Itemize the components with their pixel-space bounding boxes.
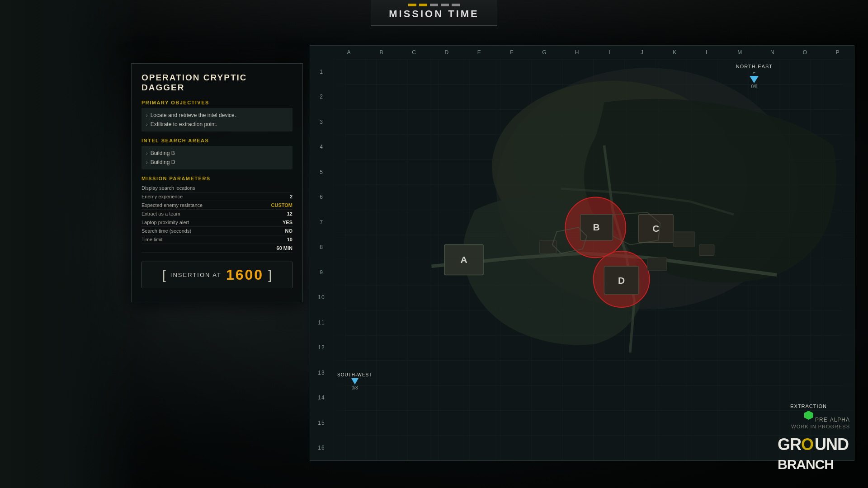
row-header-9: 9 (310, 260, 333, 285)
param-row-3: Extract as a team 12 (142, 210, 292, 218)
param-value-3: 12 (287, 211, 292, 216)
row-header-10: 10 (310, 285, 333, 310)
time-segment-5 (452, 4, 460, 6)
row-header-12: 12 (310, 335, 333, 361)
col-header-c: C (398, 46, 430, 59)
objective-item-2: › Exfiltrate to extraction point. (146, 120, 288, 129)
row-header-14: 14 (310, 385, 333, 411)
col-header-o: O (789, 46, 821, 59)
insertion-time: 1600 (226, 267, 264, 283)
col-header-n: N (756, 46, 789, 59)
svg-text:O: O (801, 435, 814, 454)
gb-logo: PRE-ALPHA WORK IN PROGRESS GR O UND BRAN… (778, 417, 850, 474)
mission-parameters-section: MISSION PARAMETERS Display search locati… (142, 176, 292, 253)
row-headers: 1 2 3 4 5 6 7 8 9 10 11 12 13 14 15 16 (310, 59, 333, 460)
param-row-7: 60 MIN (142, 244, 292, 253)
col-header-l: L (691, 46, 724, 59)
intel-area-list: › Building B › Building D (142, 146, 292, 169)
col-header-b: B (365, 46, 398, 59)
row-header-6: 6 (310, 185, 333, 210)
row-header-16: 16 (310, 436, 333, 461)
time-segment-2 (419, 4, 427, 6)
row-header-15: 15 (310, 410, 333, 436)
time-segment-1 (408, 4, 416, 6)
param-value-5: NO (285, 228, 293, 234)
objective-arrow-2: › (146, 122, 148, 127)
col-header-f: F (495, 46, 528, 59)
row-header-2: 2 (310, 84, 333, 110)
row-header-11: 11 (310, 310, 333, 335)
col-header-g: G (528, 46, 561, 59)
mission-time-bar (389, 4, 479, 6)
intel-arrow-1: › (146, 150, 148, 156)
col-header-i: I (594, 46, 626, 59)
objective-text-1: Locate and retrieve the intel device. (151, 112, 236, 118)
svg-text:GR: GR (778, 435, 802, 454)
objective-text-2: Exfiltrate to extraction point. (151, 121, 217, 127)
ne-marker: NORTH-EAST ⌐ 0/8 (736, 64, 773, 89)
col-header-a: A (333, 46, 365, 59)
param-value-4: YES (283, 220, 292, 225)
row-header-13: 13 (310, 360, 333, 385)
row-header-1: 1 (310, 59, 333, 84)
param-value-6: 10 (287, 237, 292, 242)
param-row-4: Laptop proximity alert YES (142, 218, 292, 227)
param-row-0: Display search locations (142, 184, 292, 192)
objective-item-1: › Locate and retrieve the intel device. (146, 111, 288, 120)
row-header-4: 4 (310, 135, 333, 160)
insertion-footer: [ INSERTION AT 1600 ] (142, 262, 292, 288)
sw-triangle-icon (351, 378, 359, 385)
col-header-d: D (430, 46, 463, 59)
map-terrain: A B C D (333, 59, 854, 460)
param-value-1: 2 (290, 194, 292, 199)
intel-text-2: Building D (151, 159, 175, 165)
ne-label: NORTH-EAST (736, 64, 773, 69)
svg-text:A: A (460, 254, 467, 265)
intel-item-2: › Building D (146, 158, 288, 167)
param-row-6: Time limit 10 (142, 235, 292, 244)
col-header-k: K (659, 46, 691, 59)
svg-text:C: C (652, 223, 659, 234)
col-headers: A B C D E F G H I J K L M N O P (333, 46, 854, 59)
row-header-3: 3 (310, 109, 333, 135)
bracket-right: ] (268, 268, 272, 282)
col-header-p: P (821, 46, 854, 59)
row-header-8: 8 (310, 235, 333, 260)
gb-logo-svg: GR O UND (778, 432, 850, 455)
svg-text:D: D (618, 275, 625, 286)
intel-text-1: Building B (151, 150, 175, 156)
param-label-1: Enemy experience (142, 194, 183, 199)
pre-alpha-label: PRE-ALPHA (778, 417, 850, 423)
svg-text:UND: UND (815, 435, 849, 454)
param-value-7: 60 MIN (277, 245, 292, 251)
col-header-j: J (626, 46, 659, 59)
primary-objectives-header: PRIMARY OBJECTIVES (142, 100, 292, 105)
bracket-left: [ (162, 268, 166, 282)
insertion-label: INSERTION AT (170, 272, 222, 278)
param-label-0: Display search locations (142, 185, 195, 191)
extraction-label: EXTRACTION (790, 404, 827, 409)
param-row-5: Search time (seconds) NO (142, 227, 292, 235)
sw-count: 0/8 (337, 385, 372, 390)
sw-marker: SOUTH-WEST 0/8 (337, 372, 372, 390)
map-panel: A B C D E F G H I J K L M N O P 1 2 3 4 … (310, 45, 854, 461)
mission-time-header: MISSION TIME (371, 0, 497, 26)
ne-triangle-icon (750, 76, 759, 83)
col-header-m: M (724, 46, 756, 59)
param-label-5: Search time (seconds) (142, 228, 191, 234)
svg-rect-14 (673, 232, 695, 247)
map-container: A B C D E F G H I J K L M N O P 1 2 3 4 … (310, 45, 854, 461)
col-header-e: E (463, 46, 495, 59)
param-label-4: Laptop proximity alert (142, 220, 189, 225)
time-segment-3 (430, 4, 438, 6)
param-label-3: Extract as a team (142, 211, 180, 216)
gb-branch-svg: BRANCH (778, 455, 850, 473)
ne-count: 0/8 (736, 84, 773, 89)
intel-arrow-2: › (146, 160, 148, 165)
objective-arrow-1: › (146, 113, 148, 118)
gb-logo-text: GR O UND (778, 432, 850, 455)
primary-objectives-list: › Locate and retrieve the intel device. … (142, 108, 292, 131)
mission-time-label: MISSION TIME (389, 8, 479, 20)
param-label-6: Time limit (142, 237, 163, 242)
svg-rect-15 (699, 245, 714, 256)
